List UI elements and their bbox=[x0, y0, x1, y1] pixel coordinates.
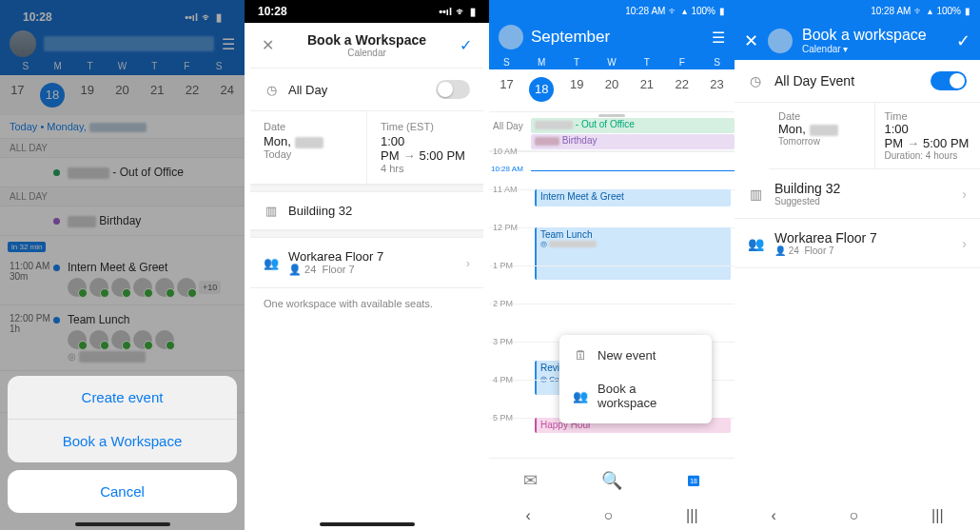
event-oof[interactable]: - Out of Office bbox=[531, 118, 735, 133]
all-day-toggle[interactable] bbox=[931, 71, 967, 90]
page-subtitle[interactable]: Calendar ▾ bbox=[802, 44, 927, 54]
agenda-icon[interactable]: ☰ bbox=[712, 29, 725, 47]
agenda-icon[interactable]: ☰ bbox=[222, 35, 235, 53]
event-row-lunch[interactable]: 12:00 PM1h Team Lunch ◎ bbox=[0, 305, 245, 371]
battery-icon: ▮ bbox=[216, 11, 222, 23]
android-nav: ‹ ○ ||| bbox=[735, 501, 980, 530]
home-indicator bbox=[75, 522, 170, 526]
fab-menu: 🗓New event 👥Book a workspace bbox=[559, 335, 712, 423]
wifi-icon: ᯤ bbox=[202, 11, 212, 23]
building-icon: ▥ bbox=[264, 204, 279, 218]
event-birthday[interactable]: Birthday bbox=[531, 134, 735, 149]
android-nav: ‹ ○ ||| bbox=[489, 501, 735, 530]
close-icon[interactable]: ✕ bbox=[744, 30, 758, 51]
book-workspace-modal: ✕ Book a Workspace Calendar ✓ ◷ All Day … bbox=[250, 23, 483, 518]
signal-icon: ▴ bbox=[928, 6, 932, 16]
people-icon: 👥 bbox=[573, 389, 588, 403]
status-bar: 10:28 AMᯤ▴100%▮ bbox=[489, 0, 735, 21]
search-tab[interactable]: 🔍 bbox=[571, 459, 653, 501]
chevron-right-icon: › bbox=[962, 236, 967, 251]
today-label: Today • Monday, bbox=[0, 115, 245, 139]
back-button[interactable]: ‹ bbox=[525, 507, 530, 524]
availability-note: One workspace with available seats. bbox=[250, 288, 483, 319]
chevron-right-icon: › bbox=[466, 256, 470, 270]
weekday-row: SMTWTFS bbox=[489, 53, 735, 69]
avatar[interactable] bbox=[768, 29, 793, 53]
signal-icon: ••ıl bbox=[439, 6, 452, 17]
status-bar: 10:28 ••ılᯤ▮ bbox=[245, 0, 489, 23]
modal-subtitle: Calendar bbox=[274, 48, 460, 58]
dates-row[interactable]: 17181920212224 bbox=[0, 75, 245, 115]
header-title-blur bbox=[44, 36, 214, 51]
bottom-nav: ✉ 🔍 18 bbox=[489, 458, 735, 501]
building-icon: ▥ bbox=[748, 186, 763, 202]
wifi-icon: ᯤ bbox=[914, 6, 924, 16]
event-row-intern[interactable]: 11:00 AM30m Intern Meet & Greet +10 bbox=[0, 253, 245, 305]
home-button[interactable]: ○ bbox=[604, 507, 614, 524]
weekday-row: SMTWTFS bbox=[10, 61, 235, 71]
home-indicator bbox=[320, 522, 415, 526]
all-day-row[interactable]: ◷ All Day Event bbox=[735, 60, 980, 103]
mail-tab[interactable]: ✉ bbox=[489, 459, 571, 501]
page-title: Book a workspace bbox=[802, 27, 927, 44]
confirm-icon[interactable]: ✓ bbox=[460, 36, 472, 54]
date-cell[interactable]: Date Mon, Tomorrow bbox=[769, 103, 875, 168]
wifi-icon: ᯤ bbox=[669, 6, 678, 16]
in-32-min-chip: in 32 min bbox=[8, 242, 46, 252]
dates-row[interactable]: 17181920212223 bbox=[489, 69, 735, 112]
all-day-row[interactable]: ◷ All Day bbox=[250, 69, 483, 111]
time-cell[interactable]: Time (EST) 1:00 PM→5:00 PM 4 hrs bbox=[367, 111, 483, 184]
action-sheet: Create event Book a Workspace Cancel bbox=[8, 376, 237, 513]
back-button[interactable]: ‹ bbox=[771, 507, 775, 524]
modal-title: Book a Workspace bbox=[274, 32, 460, 48]
people-icon: 👥 bbox=[748, 236, 763, 251]
chevron-right-icon: › bbox=[962, 186, 967, 202]
battery-icon: ▮ bbox=[470, 6, 476, 17]
time-cell[interactable]: Time 1:00 PM→5:00 PM Duration: 4 hours bbox=[875, 103, 981, 168]
month-label[interactable]: September bbox=[531, 28, 610, 47]
selected-date: 18 bbox=[40, 83, 65, 108]
event-row-birthday[interactable]: Birthday bbox=[0, 206, 245, 236]
avatar[interactable] bbox=[499, 25, 523, 49]
workarea-row[interactable]: 👥 Workarea Floor 7 👤 24 Floor 7 › bbox=[250, 238, 483, 288]
building-row[interactable]: ▥ Building 32 Suggested › bbox=[735, 169, 980, 219]
building-row[interactable]: ▥ Buildiing 32 bbox=[250, 192, 483, 230]
avatar[interactable] bbox=[10, 30, 36, 57]
status-bar: 10:28 ••ılᯤ▮ bbox=[10, 6, 235, 29]
close-icon[interactable]: ✕ bbox=[262, 36, 274, 54]
clock-icon: ◷ bbox=[748, 73, 763, 88]
now-time-label: 10:28 AM bbox=[491, 165, 523, 173]
clock-icon: ◷ bbox=[264, 83, 279, 97]
now-indicator bbox=[531, 170, 735, 171]
book-workspace-button[interactable]: Book a Workspace bbox=[8, 420, 237, 462]
event-lunch[interactable]: Team Lunch◎ bbox=[535, 227, 731, 280]
section-all-day: ALL DAY bbox=[0, 139, 245, 158]
menu-new-event[interactable]: 🗓New event bbox=[559, 339, 712, 372]
signal-icon: ••ıl bbox=[185, 11, 198, 23]
event-intern[interactable]: Intern Meet & Greet bbox=[535, 189, 731, 206]
people-icon: 👥 bbox=[264, 256, 279, 270]
home-button[interactable]: ○ bbox=[850, 507, 859, 524]
battery-icon: ▮ bbox=[965, 6, 970, 16]
status-bar: 10:28 AMᯤ▴100%▮ bbox=[735, 0, 980, 21]
date-cell[interactable]: Date Mon, Today bbox=[250, 111, 367, 184]
svg-text:18: 18 bbox=[690, 478, 697, 484]
all-day-toggle[interactable] bbox=[436, 80, 470, 99]
menu-book-workspace[interactable]: 👥Book a workspace bbox=[559, 372, 712, 420]
wifi-icon: ᯤ bbox=[456, 6, 466, 17]
calendar-plus-icon: 🗓 bbox=[573, 348, 588, 363]
event-row-oof[interactable]: - Out of Office bbox=[0, 158, 245, 187]
cancel-button[interactable]: Cancel bbox=[8, 470, 237, 513]
create-event-button[interactable]: Create event bbox=[8, 376, 237, 420]
battery-icon: ▮ bbox=[719, 6, 725, 16]
all-day-label: All Day bbox=[489, 117, 531, 150]
workarea-row[interactable]: 👥 Workarea Floor 7 👤 24 Floor 7 › bbox=[735, 219, 980, 268]
recents-button[interactable]: ||| bbox=[686, 507, 697, 524]
confirm-icon[interactable]: ✓ bbox=[956, 30, 970, 51]
section-all-day-2: ALL DAY bbox=[0, 187, 245, 206]
calendar-tab[interactable]: 18 bbox=[653, 459, 735, 501]
selected-date: 18 bbox=[529, 77, 554, 102]
signal-icon: ▴ bbox=[682, 6, 687, 16]
recents-button[interactable]: ||| bbox=[931, 507, 943, 524]
